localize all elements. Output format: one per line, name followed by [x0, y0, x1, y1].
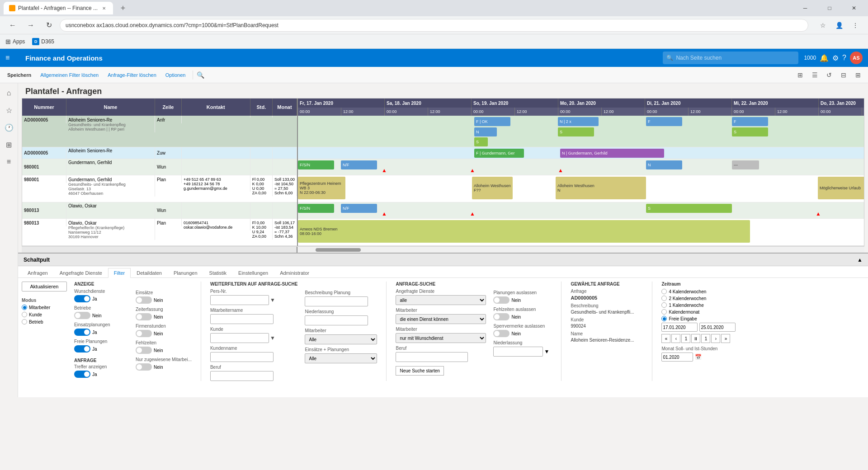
nav-next2-btn[interactable]: 1: [701, 334, 710, 343]
refresh-icon[interactable]: ↺: [823, 69, 835, 81]
kunde-expand-icon[interactable]: ▼: [270, 335, 275, 341]
global-search[interactable]: 🔍: [663, 52, 798, 64]
forward-button[interactable]: →: [24, 18, 38, 33]
kunde-input[interactable]: [210, 333, 269, 343]
mitarbeiter3-select[interactable]: nur mit Wunschdienst: [396, 333, 486, 343]
search-input[interactable]: [676, 55, 775, 61]
help-icon[interactable]: ?: [842, 54, 846, 62]
new-tab-button[interactable]: +: [117, 2, 129, 14]
gantt-bar[interactable]: Möglicherweise Urlaub: [818, 177, 864, 199]
aktualisieren-button[interactable]: Aktualisieren: [22, 282, 67, 291]
zeit-vier-wochen[interactable]: 4 Kalenderwochen: [661, 289, 736, 294]
beruf2-input[interactable]: [396, 352, 468, 362]
einsatze-planungen-select[interactable]: Alle: [305, 353, 377, 363]
tab-einstellungen[interactable]: Einstellungen: [232, 268, 274, 277]
gantt-bar[interactable]: F: [732, 117, 768, 126]
tab-filter[interactable]: Filter: [108, 268, 131, 278]
einsatze-toggle[interactable]: [136, 296, 152, 304]
nav-first-btn[interactable]: «: [661, 334, 670, 343]
nav-pause-btn[interactable]: ⏸: [691, 334, 700, 343]
date-to-input[interactable]: [699, 323, 736, 332]
back-button[interactable]: ←: [5, 18, 20, 33]
minimize-button[interactable]: ─: [795, 0, 816, 16]
date-from-input[interactable]: [661, 323, 698, 332]
tab-angefragte-dienste[interactable]: Angefragte Dienste: [54, 268, 108, 277]
radio-betrieb-btn[interactable]: [22, 319, 27, 324]
tab-statistik[interactable]: Statistik: [203, 268, 233, 277]
gantt-bar[interactable]: F | OK: [474, 117, 510, 126]
radio-betrieb[interactable]: Betrieb: [22, 319, 67, 324]
star-nav-icon[interactable]: ☆: [1, 102, 17, 118]
table-row[interactable]: AD0000005 Alloheim Senioren-Re Gesundhei…: [22, 116, 297, 147]
gantt-bar[interactable]: F | Gundermann, Ger: [474, 149, 524, 158]
nav-next-btn[interactable]: ›: [711, 334, 720, 343]
monat-calendar-icon[interactable]: 📅: [695, 354, 702, 360]
avatar[interactable]: AS: [850, 52, 863, 64]
zeit-zwei-wochen[interactable]: 2 Kalenderwochen: [661, 296, 736, 301]
search-cmd-icon[interactable]: 🔍: [197, 71, 204, 79]
table-row[interactable]: 980013 Olawio, Oskar Pflegehelfer/in (Kr…: [22, 219, 297, 246]
settings-icon[interactable]: ⚙: [832, 54, 839, 62]
nav-last-btn[interactable]: »: [721, 334, 730, 343]
home-nav-icon[interactable]: ⌂: [1, 85, 17, 101]
gantt-bar[interactable]: S: [732, 127, 768, 136]
list-nav-icon[interactable]: ≡: [1, 154, 17, 170]
radio-eine-btn[interactable]: [661, 302, 667, 308]
notification-icon[interactable]: 🔔: [820, 54, 829, 62]
gantt-bar[interactable]: Alloheim Westhusen F??: [472, 177, 513, 199]
gantt-body[interactable]: F | OK N | 2 x F F N S S S F | Gunderman…: [298, 116, 864, 246]
pers-nr-input[interactable]: [210, 295, 269, 305]
fehlzeiten2-toggle[interactable]: [493, 313, 509, 320]
clock-nav-icon[interactable]: 🕐: [1, 119, 17, 136]
gantt-bar[interactable]: F: [646, 117, 682, 126]
radio-kunde[interactable]: Kunde: [22, 312, 67, 317]
nav-prev2-btn[interactable]: 1: [681, 334, 690, 343]
beschreibung-planung-input[interactable]: [305, 296, 368, 306]
tab-detaildaten[interactable]: Detaildaten: [131, 268, 168, 277]
save-button[interactable]: Speichern: [4, 69, 35, 81]
gantt-bar[interactable]: N: [474, 127, 497, 136]
list-view-icon[interactable]: ☰: [808, 69, 821, 81]
kundenname-input[interactable]: [210, 352, 274, 362]
gantt-bar[interactable]: F/S/N: [298, 160, 334, 169]
neue-suche-button[interactable]: Neue Suche starten: [396, 366, 443, 376]
table-row[interactable]: AD0000005 Alloheim Senioren-Re Zuw: [22, 147, 297, 159]
expand-icon[interactable]: ⊞: [852, 69, 864, 81]
radio-mitarbeiter[interactable]: Mitarbeiter: [22, 305, 67, 310]
table-row[interactable]: 980001 Gundermann, Gerhild Gesundheits- …: [22, 175, 297, 202]
radio-zwei-btn[interactable]: [661, 296, 667, 301]
apps-bookmark[interactable]: ⊞ Apps: [5, 38, 25, 45]
freie-planungen-toggle[interactable]: [74, 345, 90, 352]
clear-anfrage-filter-button[interactable]: Anfrage-Filter löschen: [104, 69, 160, 81]
monat-input[interactable]: [661, 352, 693, 362]
radio-freie-btn[interactable]: [661, 316, 667, 321]
horizontal-scroll[interactable]: [22, 246, 864, 253]
reload-button[interactable]: ↻: [42, 18, 56, 33]
niederlassung2-input[interactable]: [493, 347, 543, 357]
radio-mitarbeiter-btn[interactable]: [22, 305, 27, 310]
collapse-schaltpult-icon[interactable]: ▲: [857, 257, 863, 263]
clear-filter-button[interactable]: Allgemeinen Filter löschen: [37, 69, 102, 81]
gantt-bar[interactable]: S: [474, 137, 488, 146]
options-button[interactable]: Optionen: [162, 69, 189, 81]
sperrvermerke-toggle[interactable]: [493, 330, 509, 337]
nav-prev-btn[interactable]: ‹: [671, 334, 680, 343]
firmenstunden-toggle[interactable]: [136, 330, 152, 337]
tab-anfragen[interactable]: Anfragen: [22, 268, 54, 277]
planungen-auslassen-toggle[interactable]: [493, 296, 509, 304]
right-scroll-area[interactable]: [297, 247, 864, 253]
maximize-button[interactable]: □: [819, 0, 840, 16]
zeit-eine-woche[interactable]: 1 Kalenderwoche: [661, 302, 736, 308]
gantt-bar[interactable]: S: [646, 204, 732, 213]
table-row[interactable]: 980001 Gundermann, Gerhild Wun: [22, 159, 297, 175]
close-button[interactable]: ✕: [844, 0, 864, 16]
mitarbeiter2-select[interactable]: die einen Dienst können: [396, 314, 486, 324]
niederlassung-input[interactable]: [305, 315, 368, 325]
treffer-toggle[interactable]: [74, 371, 90, 378]
nav-menu-icon[interactable]: ≡: [5, 54, 20, 62]
radio-kunde-btn[interactable]: [22, 312, 27, 317]
nur-zugewiesene-toggle[interactable]: [136, 363, 152, 371]
more-options-icon[interactable]: ⋮: [848, 18, 863, 33]
gantt-bar[interactable]: N/F: [341, 160, 377, 169]
radio-monat-btn[interactable]: [661, 309, 667, 315]
